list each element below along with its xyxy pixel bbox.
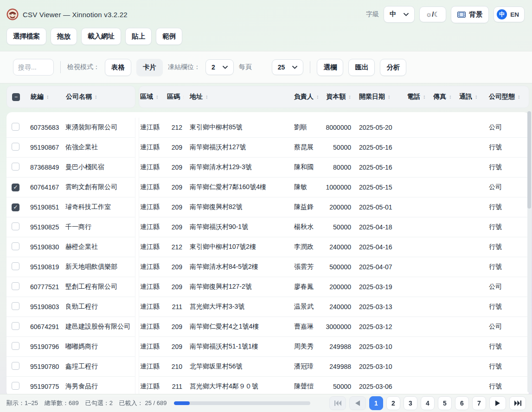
col-fax-header[interactable]: 傳真↕ bbox=[433, 93, 459, 101]
col-address-label: 地址 bbox=[190, 93, 203, 100]
paste-button[interactable]: 貼上 bbox=[125, 28, 152, 45]
sort-icon: ↕ bbox=[348, 94, 351, 100]
page-button-5[interactable]: 5 bbox=[438, 396, 452, 410]
last-page-button[interactable] bbox=[509, 396, 526, 410]
page-button-1[interactable]: 1 bbox=[369, 396, 383, 410]
row-checkbox[interactable] bbox=[12, 123, 19, 131]
choose-file-button[interactable]: 選擇檔案 bbox=[6, 28, 46, 45]
sort-icon: ↕ bbox=[423, 94, 426, 100]
cell-owner: 陳敏 bbox=[289, 183, 326, 191]
col-open-date-label: 開業日期 bbox=[359, 93, 385, 100]
col-region-label: 區域 bbox=[140, 93, 153, 100]
english-lang-label: EN bbox=[510, 11, 519, 18]
row-checkbox[interactable] bbox=[12, 362, 19, 370]
row-checkbox[interactable] bbox=[12, 302, 19, 310]
table-row: 95190867佑強企業社連江縣209南竿鄉福沃村127號蔡昆展50000202… bbox=[6, 138, 529, 158]
vertical-scrollbar[interactable] bbox=[527, 111, 531, 393]
col-contact-header[interactable]: 通訊↕ bbox=[459, 93, 485, 101]
analyze-button[interactable]: 分析 bbox=[380, 59, 406, 76]
cell-company-name: 新天地唱飲俱樂部 bbox=[65, 263, 135, 271]
view-table-button[interactable]: 表格 bbox=[105, 59, 131, 76]
prev-page-button[interactable] bbox=[349, 396, 366, 410]
showing-stat: 顯示：1–25 bbox=[6, 399, 38, 407]
sample-button[interactable]: 範例 bbox=[156, 28, 182, 45]
row-checkbox[interactable] bbox=[12, 143, 19, 151]
first-page-button[interactable] bbox=[329, 396, 346, 410]
col-capital-label: 資本額 bbox=[326, 93, 346, 100]
select-columns-button[interactable]: 選欄 bbox=[317, 59, 343, 76]
frozen-divider bbox=[135, 197, 139, 217]
font-size-select[interactable]: 中 bbox=[384, 6, 415, 23]
cell-date: 2025-04-16 bbox=[353, 243, 407, 251]
scrollbar-thumb[interactable] bbox=[527, 111, 531, 209]
cell-capital: 80000 bbox=[326, 164, 353, 171]
view-card-button[interactable]: 卡片 bbox=[136, 59, 163, 76]
row-checkbox[interactable] bbox=[12, 163, 19, 171]
row-checkbox[interactable]: ✓ bbox=[12, 203, 19, 211]
load-url-button[interactable]: 載入網址 bbox=[81, 28, 121, 45]
cell-type: 公司 bbox=[485, 283, 529, 291]
frozen-divider bbox=[135, 357, 139, 377]
cell-date: 2025-05-16 bbox=[353, 164, 407, 171]
row-checkbox[interactable] bbox=[12, 222, 19, 230]
col-open-date-header[interactable]: 開業日期↕ bbox=[353, 93, 407, 101]
col-owner-label: 負責人 bbox=[294, 93, 314, 100]
page-button-3[interactable]: 3 bbox=[404, 396, 417, 410]
row-checkbox[interactable] bbox=[12, 342, 19, 350]
cell-type: 行號 bbox=[485, 263, 529, 271]
cell-capital: 200000 bbox=[326, 283, 353, 291]
cell-address: 莒光鄉大坪村3-3號 bbox=[184, 303, 289, 311]
cell-zip: 209 bbox=[167, 164, 184, 171]
cell-address: 南竿鄉福沃村127號 bbox=[184, 143, 289, 152]
cell-id: 95190851 bbox=[30, 203, 65, 211]
cell-owner: 陳和國 bbox=[289, 163, 326, 171]
select-all-checkbox[interactable]: − bbox=[12, 93, 20, 101]
drag-drop-button[interactable]: 拖放 bbox=[51, 28, 77, 45]
cell-type: 行號 bbox=[485, 342, 529, 351]
sort-icon: ↕ bbox=[475, 94, 478, 100]
theme-toggle-button[interactable]: ☼/☾ bbox=[419, 6, 446, 22]
freeze-columns-select[interactable]: 2 bbox=[205, 59, 234, 75]
cell-owner: 温景武 bbox=[289, 303, 326, 311]
page-button-2[interactable]: 2 bbox=[386, 396, 400, 410]
header-controls: 字級 中 ☼/☾ 背景 中 EN bbox=[366, 6, 525, 23]
row-checkbox[interactable] bbox=[12, 322, 19, 330]
cell-zip: 212 bbox=[167, 243, 184, 251]
language-toggle-button[interactable]: 中 EN bbox=[494, 6, 525, 22]
col-zip-label: 區碼 bbox=[167, 93, 180, 100]
sort-icon: ↕ bbox=[518, 94, 520, 100]
col-region-header[interactable]: 區域↕ bbox=[139, 93, 167, 101]
cell-owner: 曹嘉琳 bbox=[289, 323, 326, 331]
frozen-divider bbox=[135, 317, 139, 337]
cell-date: 2025-04-07 bbox=[353, 263, 407, 271]
app-title: CSV Viewer — Xinnotion v3.2.22 bbox=[23, 11, 128, 19]
row-checkbox[interactable] bbox=[12, 242, 19, 250]
search-input[interactable] bbox=[13, 59, 54, 76]
per-page-select[interactable]: 25 bbox=[272, 59, 304, 75]
row-checkbox[interactable] bbox=[12, 262, 19, 270]
cell-capital: 200000 bbox=[326, 203, 353, 211]
page-button-4[interactable]: 4 bbox=[421, 396, 435, 410]
col-capital-header[interactable]: 資本額↕ bbox=[326, 93, 353, 101]
col-company-type-header[interactable]: 公司型態↕ bbox=[485, 93, 529, 101]
col-id-header[interactable]: 統編↕ bbox=[31, 93, 66, 101]
cell-id: 95190780 bbox=[30, 363, 65, 370]
cell-address: 南竿鄉福沃村51-1號1樓 bbox=[184, 342, 289, 351]
col-company-name-header[interactable]: 公司名稱↕ bbox=[66, 93, 135, 101]
next-page-button[interactable] bbox=[489, 396, 506, 410]
cell-owner: 張雲芳 bbox=[289, 263, 326, 271]
row-checkbox[interactable]: ✓ bbox=[12, 184, 19, 191]
row-checkbox[interactable] bbox=[12, 282, 19, 290]
export-button[interactable]: 匯出 bbox=[348, 59, 375, 76]
table-row: 95190830赫橙企業社連江縣212東引鄉中柳村107號2樓李潤政240000… bbox=[6, 237, 529, 257]
col-zip-header[interactable]: 區碼↕ bbox=[167, 93, 184, 101]
row-checkbox[interactable] bbox=[12, 382, 19, 390]
page-button-6[interactable]: 6 bbox=[455, 396, 469, 410]
cell-address: 北竿鄉坂里村56號 bbox=[184, 362, 289, 371]
col-owner-header[interactable]: 負責人↕ bbox=[289, 93, 326, 101]
col-phone-header[interactable]: 電話↕ bbox=[407, 93, 433, 101]
table-row: 95190825千一商行連江縣209南竿鄉福沃村90-1號楊秋水50000202… bbox=[6, 217, 529, 237]
col-address-header[interactable]: 地址↕ bbox=[184, 93, 289, 101]
page-button-7[interactable]: 7 bbox=[472, 396, 486, 410]
background-button[interactable]: 背景 bbox=[451, 6, 489, 23]
